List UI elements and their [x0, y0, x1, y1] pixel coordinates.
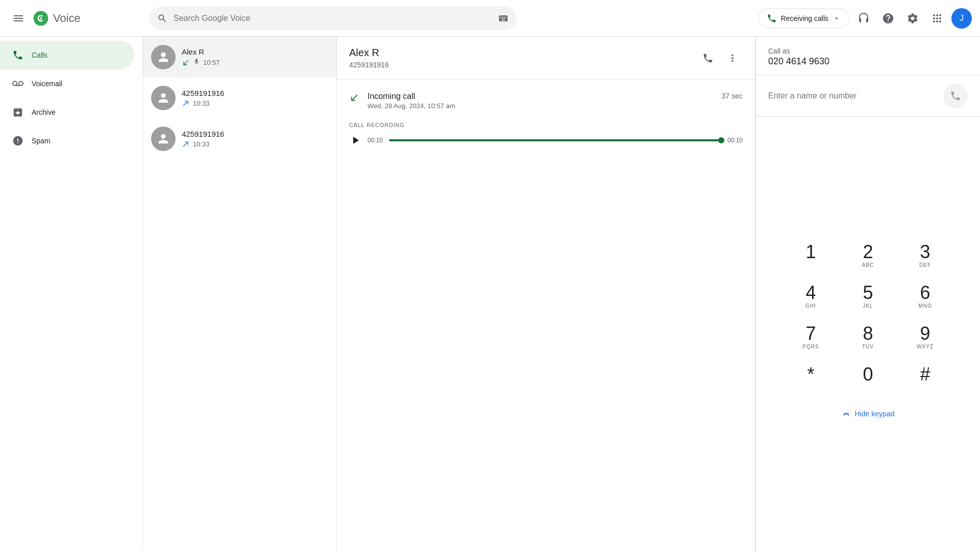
hide-keypad-button[interactable]: Hide keypad	[834, 401, 903, 427]
search-input[interactable]	[174, 14, 492, 23]
missed-call-icon	[182, 99, 190, 108]
audio-progress-fill	[389, 139, 721, 141]
call-duration: 37 sec	[722, 92, 743, 100]
search-bar	[149, 7, 517, 30]
settings-icon-button[interactable]	[902, 8, 923, 29]
number-input-row	[756, 76, 980, 117]
sidebar-item-spam[interactable]: Spam	[0, 127, 134, 155]
sidebar-item-voicemail-label: Voicemail	[32, 80, 62, 88]
caller-name: Alex R	[182, 47, 328, 56]
dialpad-panel: Call as 020 4614 9630 1 2 ABC	[755, 37, 980, 551]
hide-keypad-label: Hide keypad	[855, 410, 895, 418]
call-info: 4259191916 10:33	[182, 130, 328, 148]
call-as-label: Call as	[768, 47, 968, 55]
user-avatar[interactable]: J	[951, 8, 972, 29]
sidebar: Calls Voicemail Archive	[0, 37, 143, 551]
call-time-1: 10:57	[203, 59, 220, 66]
spam-icon	[12, 135, 23, 146]
sidebar-item-spam-label: Spam	[32, 137, 51, 145]
call-list-item[interactable]: 4259191916 10:33	[143, 78, 336, 118]
key-9[interactable]: 9 WXYZ	[903, 319, 948, 356]
call-list-item[interactable]: Alex R 10:57	[143, 37, 336, 78]
call-meta: 10:33	[182, 99, 328, 108]
incoming-call-detail-icon	[349, 93, 359, 103]
avatar	[151, 45, 176, 69]
audio-progress-thumb	[718, 137, 724, 143]
call-as-section: Call as 020 4614 9630	[756, 37, 980, 76]
avatar	[151, 86, 176, 110]
key-1[interactable]: 1	[789, 238, 834, 274]
call-time-2: 10:33	[193, 99, 210, 107]
caller-name: 4259191916	[182, 130, 328, 138]
recording-label: CALL RECORDING	[349, 122, 743, 128]
receiving-calls-button[interactable]: Receiving calls	[758, 9, 849, 28]
key-0[interactable]: 0	[846, 360, 891, 397]
main-content: Calls Voicemail Archive	[0, 37, 980, 551]
audio-progress-bar[interactable]	[389, 139, 721, 141]
sidebar-item-calls-label: Calls	[32, 51, 47, 59]
call-info: Alex R 10:57	[182, 47, 328, 67]
caller-name: 4259191916	[182, 89, 328, 97]
call-detail-panel: Alex R 4259191916	[337, 37, 755, 551]
call-detail-number: 4259191916	[349, 61, 389, 69]
call-detail-name: Alex R	[349, 47, 389, 59]
call-entry-date: Wed, 28 Aug, 2024, 10:57 am	[368, 102, 714, 110]
sidebar-item-archive[interactable]: Archive	[0, 98, 134, 127]
help-icon-button[interactable]	[878, 8, 898, 29]
play-button[interactable]	[349, 134, 361, 146]
audio-time-current: 00:10	[368, 137, 383, 144]
call-entry-type: Incoming call	[368, 92, 714, 101]
audio-time-total: 00:10	[727, 137, 743, 144]
keypad-row-4: * 0 #	[789, 360, 948, 397]
key-7[interactable]: 7 PQRS	[789, 319, 834, 356]
call-detail-actions	[698, 48, 743, 68]
call-phone-button[interactable]	[698, 48, 718, 68]
key-5[interactable]: 5 JKL	[846, 279, 891, 315]
topbar-left: Voice	[8, 8, 141, 29]
keyboard-icon[interactable]	[498, 13, 508, 23]
app-title: Voice	[53, 12, 81, 25]
topbar: Voice Receiving calls	[0, 0, 980, 37]
call-info: 4259191916 10:33	[182, 89, 328, 108]
missed-call-icon-2	[182, 140, 190, 148]
keypad: 1 2 ABC 3 DEF 4 GHI 5 J	[756, 117, 980, 551]
incoming-answered-icon	[182, 59, 190, 67]
archive-icon	[12, 107, 23, 118]
call-meta: 10:33	[182, 140, 328, 148]
apps-icon-button[interactable]	[927, 8, 947, 29]
key-2[interactable]: 2 ABC	[846, 238, 891, 274]
calls-list: Alex R 10:57	[143, 37, 337, 551]
call-recording-section: CALL RECORDING 00:10 00:10	[349, 122, 743, 146]
key-hash[interactable]: #	[903, 360, 948, 397]
hamburger-button[interactable]	[8, 8, 29, 29]
audio-player: 00:10 00:10	[349, 134, 743, 146]
sidebar-item-voicemail[interactable]: Voicemail	[0, 69, 134, 98]
key-4[interactable]: 4 GHI	[789, 279, 834, 315]
topbar-right: Receiving calls J	[758, 8, 972, 29]
call-list-item[interactable]: 4259191916 10:33	[143, 118, 336, 159]
call-meta: 10:57	[182, 58, 328, 67]
number-input[interactable]	[768, 91, 939, 101]
headset-icon-button[interactable]	[853, 8, 874, 29]
sidebar-item-calls[interactable]: Calls	[0, 41, 134, 69]
receiving-calls-label: Receiving calls	[781, 14, 828, 22]
call-entry-info: Incoming call Wed, 28 Aug, 2024, 10:57 a…	[368, 92, 714, 110]
key-star[interactable]: *	[789, 360, 834, 397]
key-6[interactable]: 6 MNO	[903, 279, 948, 315]
call-detail-body: Incoming call Wed, 28 Aug, 2024, 10:57 a…	[337, 80, 755, 159]
call-time-3: 10:33	[193, 140, 210, 148]
keypad-row-2: 4 GHI 5 JKL 6 MNO	[789, 279, 948, 315]
call-more-options-button[interactable]	[722, 48, 743, 68]
sidebar-item-archive-label: Archive	[32, 108, 56, 116]
avatar	[151, 127, 176, 151]
call-detail-identity: Alex R 4259191916	[349, 47, 389, 69]
voicemail-icon	[12, 78, 23, 89]
call-as-number: 020 4614 9630	[768, 56, 968, 67]
dial-call-button[interactable]	[943, 84, 968, 108]
google-voice-logo	[33, 10, 49, 27]
search-icon[interactable]	[157, 13, 167, 23]
key-8[interactable]: 8 TUV	[846, 319, 891, 356]
call-type-mic-icon	[193, 58, 200, 67]
key-3[interactable]: 3 DEF	[903, 238, 948, 274]
svg-point-1	[40, 17, 42, 19]
